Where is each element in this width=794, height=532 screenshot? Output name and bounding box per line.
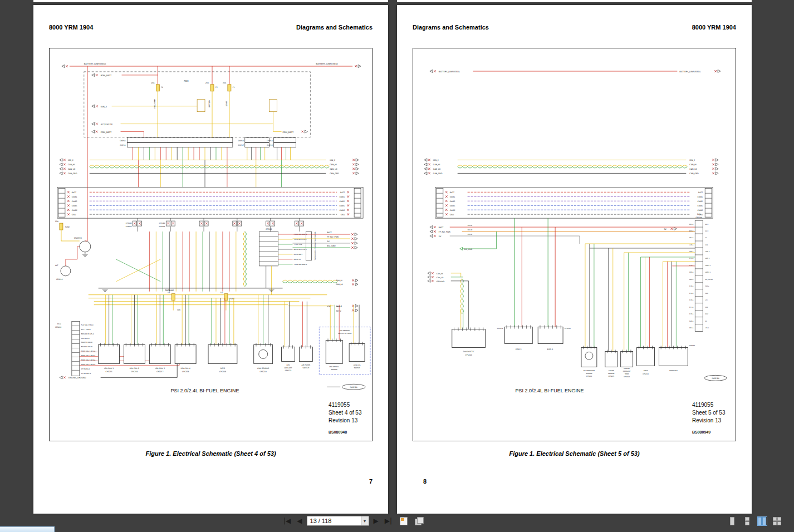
svg-text:CT B1 261-A: CT B1 261-A [81,372,91,375]
previous-page-icon: ◀ [297,517,302,525]
svg-text:6WB1: 6WB1 [450,196,455,198]
svg-text:GRD: GRD [341,214,345,216]
svg-text:BATTERY: BATTERY [208,100,210,107]
previous-page-button[interactable]: ◀ [295,517,303,525]
svg-text:CMP16: CMP16 [238,140,244,142]
svg-text:CPS229: CPS229 [689,344,695,347]
svg-text:BIG_GND: BIG_GND [327,245,336,247]
svg-text:6WB1: 6WB1 [698,196,703,198]
schematic-frame: BATTERY_(UNFUSED)BATTERY_(UNFUSED)PDM_BA… [49,48,373,441]
svg-text:BATT: BATT [340,191,345,194]
view-continuous-icon[interactable] [743,517,752,525]
svg-text:OIL PRESSURE: OIL PRESSURE [584,370,595,372]
svg-text:6WB6: 6WB6 [72,209,77,211]
document-page-right: Diagrams and Schematics 8000 YRM 1904 BA… [397,5,752,514]
svg-text:GRD: GRD [450,214,454,216]
svg-text:TRANSDUCER / PROPANE TANK SEND: TRANSDUCER / PROPANE TANK SENDER [315,231,316,260]
svg-text:376-A: 376-A [689,299,694,301]
svg-text:CMP17: CMP17 [238,145,244,147]
svg-text:BATT: BATT [705,230,709,232]
svg-text:PAGE-80: PAGE-80 [712,377,719,380]
svg-text:CPS60: CPS60 [266,228,272,230]
schematic-drawing-sheet4: BATTERY_(UNFUSED)BATTERY_(UNFUSED)PDM_BA… [50,48,372,441]
svg-text:CPS252: CPS252 [497,327,503,329]
svg-text:280-A: 280-A [689,279,694,280]
page-header-right: Diagrams and Schematics [296,24,373,31]
svg-text:6WB6: 6WB6 [340,209,345,211]
schematic-sheet: Sheet 4 of 53 [329,409,362,417]
schematic-info-block: 4119055 Sheet 4 of 53 Revision 13 [329,401,362,425]
svg-text:SPRK COL 2 852-A: SPRK COL 2 852-A [81,354,96,357]
svg-text:CPS205: CPS205 [608,375,614,377]
svg-text:BATT: BATT [450,191,454,194]
schematic-title: PSI 2.0/2.4L BI-FUEL ENGINE [171,388,239,393]
svg-text:PDM_BATT: PDM_BATT [101,74,112,77]
page-list-dropdown-icon[interactable]: ▾ [361,516,369,525]
svg-text:PAGE-80: PAGE-80 [350,386,357,388]
svg-text:20A: 20A [205,82,209,84]
first-page-button[interactable]: |◀ [282,517,292,525]
svg-text:348-A: 348-A [689,321,694,322]
svg-text:CMP14: CMP14 [267,140,272,142]
svg-text:6WB5: 6WB5 [340,205,345,207]
svg-text:GROUND: GROUND [437,280,445,283]
svg-text:5VR: 5VR [705,307,708,308]
svg-text:CAN_LO: CAN_LO [336,283,343,285]
page-glyph-accent [401,518,404,521]
svg-text:370-A: 370-A [689,265,694,267]
svg-text:SENSOR: SENSOR [608,372,615,375]
svg-text:CAN_HI: CAN_HI [68,164,75,166]
svg-text:261-A: 261-A [468,233,472,235]
svg-text:EGOH 3 640-D: EGOH 3 640-D [81,341,92,343]
svg-text:5V: 5V [439,235,442,238]
svg-text:6WB2: 6WB2 [450,200,455,203]
svg-text:IGN_2: IGN_2 [433,159,439,161]
svg-text:719-A: 719-A [689,244,694,246]
svg-text:CPS256: CPS256 [131,371,138,373]
schematic-code: BS080949 [692,430,710,434]
svg-text:CAN_GRD: CAN_GRD [330,173,339,175]
cell [730,517,734,525]
fit-width-icon[interactable] [414,516,424,525]
svg-text:EGO 2: EGO 2 [705,251,709,253]
svg-text:FP_RLY_PWR: FP_RLY_PWR [327,236,339,238]
svg-text:LPG OPTICAL: LPG OPTICAL [329,366,339,368]
svg-text:CAN_LO: CAN_LO [689,168,697,170]
svg-text:CPS183: CPS183 [126,222,132,224]
svg-text:THROTTLE: THROTTLE [669,370,678,372]
svg-text:ENGINE_GROUND: ENGINE_GROUND [68,377,86,379]
page-header-left: Diagrams and Schematics [413,24,489,31]
svg-text:IGN COIL 4: IGN COIL 4 [181,367,190,370]
page-number-input[interactable] [307,516,361,525]
svg-text:ECU: ECU [697,213,701,215]
svg-text:379-A: 379-A [689,313,694,315]
svg-text:ECT: ECT [705,299,708,301]
cell [745,521,749,525]
svg-text:CPS253: CPS253 [159,225,165,228]
next-page-button[interactable]: ▶ [372,517,380,525]
view-facing-pages-icon[interactable] [758,517,767,525]
svg-text:BATT: BATT [705,224,709,225]
svg-text:BATT: BATT [439,226,444,229]
svg-text:CPS258: CPS258 [182,371,189,373]
svg-text:BATT: BATT [72,191,76,194]
svg-text:CMP19: CMP19 [120,145,125,147]
svg-text:268-A: 268-A [689,251,694,253]
svg-text:DIAGNOSTIC: DIAGNOSTIC [463,351,475,353]
svg-text:BATTERY_(UNFUSED): BATTERY_(UNFUSED) [679,71,700,73]
svg-text:BATT: BATT [698,191,703,194]
svg-text:5VG: 5VG [705,244,708,246]
svg-text:F5: F5 [215,86,218,88]
svg-text:STARTER: STARTER [74,237,82,239]
svg-text:IGN_3: IGN_3 [101,105,107,108]
svg-text:371-A: 371-A [689,258,694,259]
svg-text:SPRK COL 4 854-A: SPRK COL 4 854-A [81,363,96,366]
svg-text:EGO 1: EGO 1 [705,258,709,259]
fit-page-icon[interactable] [399,516,409,525]
svg-text:PDM_BATT: PDM_BATT [283,131,294,134]
svg-text:EGOH 1: EGOH 1 [705,272,710,273]
view-facing-continuous-icon[interactable] [773,517,782,525]
view-single-page-icon[interactable] [728,517,737,525]
svg-text:5V: 5V [664,228,666,230]
last-page-button[interactable]: ▶| [383,517,394,525]
